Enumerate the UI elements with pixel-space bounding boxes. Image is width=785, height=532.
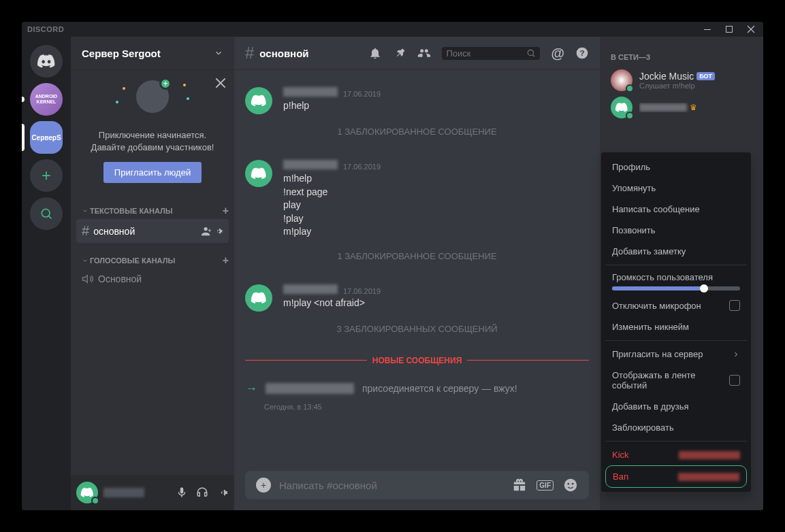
server-android[interactable]: ANDROID KERNEL [30,83,63,116]
member-item[interactable]: ♛ [605,94,758,121]
svg-text:?: ? [579,48,584,57]
message: 17.06.2019 p!help [234,86,600,116]
join-timestamp: Сегодня, в 13:45 [264,403,600,411]
ctx-profile[interactable]: Профиль [605,156,747,178]
svg-point-2 [42,209,50,217]
speaker-icon [82,273,94,285]
mentions-icon[interactable]: @ [551,46,564,61]
user-avatar[interactable] [76,482,98,503]
svg-rect-1 [726,27,733,33]
members-icon[interactable] [417,46,431,60]
blocked-notice[interactable]: 3 ЗАБЛОКИРОВАННЫХ СООБЩЕНИЙ [234,313,600,345]
maximize-button[interactable] [722,22,736,36]
svg-rect-0 [704,29,711,30]
joined-username[interactable] [266,383,354,394]
member-item[interactable]: Jockie MusicБОТ Слушает m!help [605,67,758,94]
bot-tag: БОТ [696,72,715,80]
blocked-notice[interactable]: 1 ЗАБЛОКИРОВАННОЕ СООБЩЕНИЕ [234,116,600,148]
member-name [639,103,687,112]
add-channel-icon[interactable]: + [223,205,229,217]
gif-icon[interactable]: GIF [536,480,554,491]
gift-icon[interactable] [512,478,527,493]
chat-area: # основной @ ? 1 [234,37,600,510]
minimize-button[interactable] [701,22,714,36]
bell-icon[interactable] [368,46,382,60]
message: 17.06.2019 m!play <not afraid> [234,283,600,313]
add-user-icon[interactable] [202,227,211,236]
deafen-icon[interactable] [196,486,208,499]
text-channels-category[interactable]: ТЕКСТОВЫЕ КАНАЛЫ + [71,194,234,218]
volume-slider[interactable] [612,286,740,290]
close-button[interactable] [744,22,758,36]
ctx-kick[interactable]: Kick [605,444,747,465]
checkbox[interactable] [729,300,740,311]
text-channel[interactable]: # основной [76,219,229,243]
ctx-note[interactable]: Добавить заметку [605,241,747,262]
server-header[interactable]: Сервер Sergoot [71,37,234,69]
chevron-down-icon [82,207,89,214]
ctx-ban[interactable]: Ban [605,465,747,488]
help-icon[interactable]: ? [575,46,589,60]
ctx-volume[interactable]: Громкость пользователя [605,268,747,295]
member-avatar [611,69,632,91]
pin-icon[interactable] [393,46,406,60]
hash-icon: # [82,223,89,239]
ctx-call[interactable]: Позвонить [605,220,747,241]
messages-list: 17.06.2019 p!help 1 ЗАБЛОКИРОВАННОЕ СООБ… [234,69,600,460]
svg-point-8 [572,483,574,485]
app-logo: DISCORD [27,25,64,33]
ctx-feed[interactable]: Отображать в ленте событий [605,365,747,396]
ctx-block[interactable]: Заблокировать [605,417,747,438]
message: 17.06.2019 m!help !next page play !play … [234,159,600,240]
member-avatar [611,97,632,118]
invite-card: + Приключение начинается. Давайте добави… [71,69,234,194]
hash-icon: # [245,44,254,63]
search-icon [526,48,536,58]
titlebar: DISCORD [22,22,763,37]
message-compose: + GIF [245,471,589,499]
avatar-placeholder: + [136,80,169,113]
ctx-mute[interactable]: Отключить микрофон [605,295,747,316]
members-header: В СЕТИ—3 [605,48,758,67]
search-input[interactable] [446,48,526,59]
gear-icon[interactable] [214,227,223,236]
new-messages-divider: НОВЫЕ СООБЩЕНИЯ [245,356,589,365]
chevron-down-icon [82,257,89,264]
discover-button[interactable] [30,197,63,230]
add-server-button[interactable]: + [30,159,63,192]
ctx-nickname[interactable]: Изменить никнейм [605,316,747,337]
checkbox[interactable] [729,375,740,386]
author-name[interactable] [283,284,338,294]
attach-button[interactable]: + [256,478,271,493]
ctx-friend[interactable]: Добавить в друзья [605,396,747,417]
invite-button[interactable]: Пригласить людей [103,162,202,183]
chevron-right-icon [732,350,740,359]
server-selected[interactable]: СерверS [30,121,63,154]
blocked-notice[interactable]: 1 ЗАБЛОКИРОВАННОЕ СООБЩЕНИЕ [234,240,600,272]
home-server[interactable] [30,45,63,78]
user-panel [71,475,234,510]
emoji-icon[interactable] [563,478,578,493]
channel-title: основной [259,48,308,59]
voice-channels-category[interactable]: ГОЛОСОВЫЕ КАНАЛЫ + [71,244,234,268]
search-box[interactable] [442,47,540,60]
channel-sidebar: Сервер Sergoot + Приключение начинается.… [71,37,234,510]
avatar[interactable] [245,87,272,114]
server-list: ANDROID KERNEL СерверS + [22,37,71,510]
add-channel-icon[interactable]: + [223,254,229,267]
chevron-down-icon [214,48,223,58]
author-name[interactable] [283,87,338,97]
voice-channel[interactable]: Основной [76,269,229,289]
ctx-mention[interactable]: Упомянуть [605,178,747,199]
join-arrow-icon: → [245,382,257,396]
avatar[interactable] [245,160,272,187]
svg-point-3 [528,50,534,55]
ctx-message[interactable]: Написать сообщение [605,199,747,220]
plus-icon: + [159,78,172,90]
message-input[interactable] [279,480,504,491]
author-name[interactable] [283,160,338,169]
mute-icon[interactable] [176,486,188,499]
ctx-invite[interactable]: Пригласить на сервер [605,344,747,365]
settings-icon[interactable] [217,486,229,499]
avatar[interactable] [245,284,272,312]
